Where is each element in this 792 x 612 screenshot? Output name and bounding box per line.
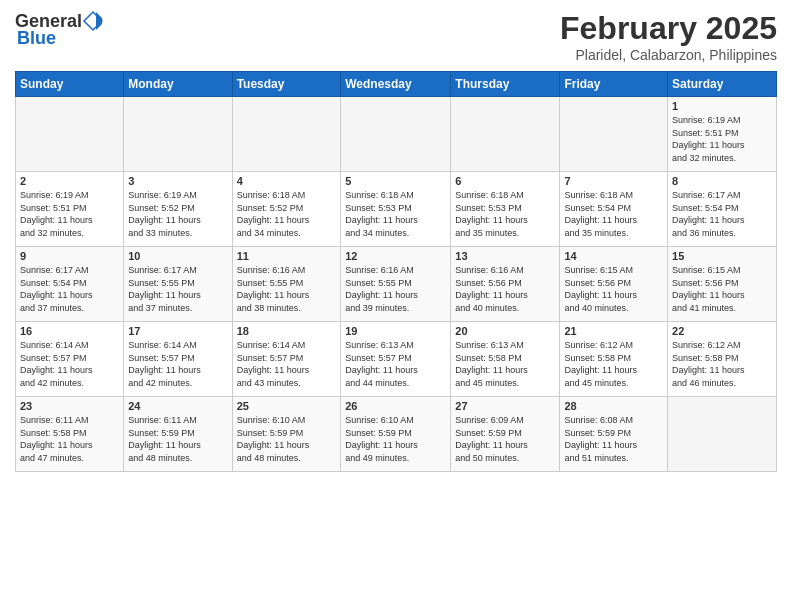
day-number: 25 <box>237 400 337 412</box>
day-number: 7 <box>564 175 663 187</box>
day-number: 14 <box>564 250 663 262</box>
day-info: Sunrise: 6:18 AM Sunset: 5:52 PM Dayligh… <box>237 189 337 239</box>
calendar-cell: 13Sunrise: 6:16 AM Sunset: 5:56 PM Dayli… <box>451 247 560 322</box>
calendar-cell: 1Sunrise: 6:19 AM Sunset: 5:51 PM Daylig… <box>668 97 777 172</box>
calendar-body: 1Sunrise: 6:19 AM Sunset: 5:51 PM Daylig… <box>16 97 777 472</box>
day-number: 10 <box>128 250 227 262</box>
day-info: Sunrise: 6:12 AM Sunset: 5:58 PM Dayligh… <box>564 339 663 389</box>
day-info: Sunrise: 6:19 AM Sunset: 5:52 PM Dayligh… <box>128 189 227 239</box>
day-info: Sunrise: 6:18 AM Sunset: 5:53 PM Dayligh… <box>455 189 555 239</box>
logo-blue-text: Blue <box>17 28 56 49</box>
calendar-cell: 28Sunrise: 6:08 AM Sunset: 5:59 PM Dayli… <box>560 397 668 472</box>
dow-header-saturday: Saturday <box>668 72 777 97</box>
calendar-cell: 5Sunrise: 6:18 AM Sunset: 5:53 PM Daylig… <box>341 172 451 247</box>
calendar-cell <box>124 97 232 172</box>
day-number: 13 <box>455 250 555 262</box>
day-info: Sunrise: 6:16 AM Sunset: 5:55 PM Dayligh… <box>345 264 446 314</box>
svg-marker-1 <box>96 12 102 30</box>
calendar-cell: 24Sunrise: 6:11 AM Sunset: 5:59 PM Dayli… <box>124 397 232 472</box>
day-number: 28 <box>564 400 663 412</box>
day-number: 22 <box>672 325 772 337</box>
calendar-cell: 12Sunrise: 6:16 AM Sunset: 5:55 PM Dayli… <box>341 247 451 322</box>
calendar-week-3: 9Sunrise: 6:17 AM Sunset: 5:54 PM Daylig… <box>16 247 777 322</box>
calendar-cell: 22Sunrise: 6:12 AM Sunset: 5:58 PM Dayli… <box>668 322 777 397</box>
day-number: 20 <box>455 325 555 337</box>
day-info: Sunrise: 6:15 AM Sunset: 5:56 PM Dayligh… <box>564 264 663 314</box>
day-info: Sunrise: 6:18 AM Sunset: 5:54 PM Dayligh… <box>564 189 663 239</box>
day-info: Sunrise: 6:17 AM Sunset: 5:54 PM Dayligh… <box>672 189 772 239</box>
day-number: 5 <box>345 175 446 187</box>
day-number: 17 <box>128 325 227 337</box>
dow-header-friday: Friday <box>560 72 668 97</box>
day-info: Sunrise: 6:14 AM Sunset: 5:57 PM Dayligh… <box>20 339 119 389</box>
calendar-week-1: 1Sunrise: 6:19 AM Sunset: 5:51 PM Daylig… <box>16 97 777 172</box>
calendar-cell: 23Sunrise: 6:11 AM Sunset: 5:58 PM Dayli… <box>16 397 124 472</box>
day-info: Sunrise: 6:16 AM Sunset: 5:55 PM Dayligh… <box>237 264 337 314</box>
day-info: Sunrise: 6:19 AM Sunset: 5:51 PM Dayligh… <box>672 114 772 164</box>
calendar-cell: 18Sunrise: 6:14 AM Sunset: 5:57 PM Dayli… <box>232 322 341 397</box>
day-info: Sunrise: 6:19 AM Sunset: 5:51 PM Dayligh… <box>20 189 119 239</box>
calendar-cell: 17Sunrise: 6:14 AM Sunset: 5:57 PM Dayli… <box>124 322 232 397</box>
calendar-cell <box>341 97 451 172</box>
calendar-cell: 19Sunrise: 6:13 AM Sunset: 5:57 PM Dayli… <box>341 322 451 397</box>
day-number: 24 <box>128 400 227 412</box>
calendar-cell: 20Sunrise: 6:13 AM Sunset: 5:58 PM Dayli… <box>451 322 560 397</box>
calendar-week-4: 16Sunrise: 6:14 AM Sunset: 5:57 PM Dayli… <box>16 322 777 397</box>
calendar-cell: 15Sunrise: 6:15 AM Sunset: 5:56 PM Dayli… <box>668 247 777 322</box>
calendar-cell: 8Sunrise: 6:17 AM Sunset: 5:54 PM Daylig… <box>668 172 777 247</box>
day-info: Sunrise: 6:13 AM Sunset: 5:57 PM Dayligh… <box>345 339 446 389</box>
day-number: 27 <box>455 400 555 412</box>
logo-icon <box>82 10 104 32</box>
day-number: 2 <box>20 175 119 187</box>
calendar-cell <box>16 97 124 172</box>
calendar-cell: 7Sunrise: 6:18 AM Sunset: 5:54 PM Daylig… <box>560 172 668 247</box>
day-info: Sunrise: 6:14 AM Sunset: 5:57 PM Dayligh… <box>237 339 337 389</box>
dow-header-monday: Monday <box>124 72 232 97</box>
dow-header-thursday: Thursday <box>451 72 560 97</box>
day-info: Sunrise: 6:08 AM Sunset: 5:59 PM Dayligh… <box>564 414 663 464</box>
calendar-cell: 11Sunrise: 6:16 AM Sunset: 5:55 PM Dayli… <box>232 247 341 322</box>
calendar-cell: 9Sunrise: 6:17 AM Sunset: 5:54 PM Daylig… <box>16 247 124 322</box>
day-info: Sunrise: 6:15 AM Sunset: 5:56 PM Dayligh… <box>672 264 772 314</box>
day-info: Sunrise: 6:11 AM Sunset: 5:58 PM Dayligh… <box>20 414 119 464</box>
day-info: Sunrise: 6:13 AM Sunset: 5:58 PM Dayligh… <box>455 339 555 389</box>
calendar-cell: 25Sunrise: 6:10 AM Sunset: 5:59 PM Dayli… <box>232 397 341 472</box>
day-info: Sunrise: 6:14 AM Sunset: 5:57 PM Dayligh… <box>128 339 227 389</box>
calendar-cell: 26Sunrise: 6:10 AM Sunset: 5:59 PM Dayli… <box>341 397 451 472</box>
calendar-cell: 4Sunrise: 6:18 AM Sunset: 5:52 PM Daylig… <box>232 172 341 247</box>
day-number: 23 <box>20 400 119 412</box>
calendar-cell <box>668 397 777 472</box>
calendar-cell: 6Sunrise: 6:18 AM Sunset: 5:53 PM Daylig… <box>451 172 560 247</box>
calendar-cell: 21Sunrise: 6:12 AM Sunset: 5:58 PM Dayli… <box>560 322 668 397</box>
title-area: February 2025 Plaridel, Calabarzon, Phil… <box>560 10 777 63</box>
calendar-cell <box>232 97 341 172</box>
day-number: 21 <box>564 325 663 337</box>
calendar-cell: 14Sunrise: 6:15 AM Sunset: 5:56 PM Dayli… <box>560 247 668 322</box>
calendar-week-2: 2Sunrise: 6:19 AM Sunset: 5:51 PM Daylig… <box>16 172 777 247</box>
day-info: Sunrise: 6:11 AM Sunset: 5:59 PM Dayligh… <box>128 414 227 464</box>
day-number: 15 <box>672 250 772 262</box>
day-number: 19 <box>345 325 446 337</box>
logo: General Blue <box>15 10 104 49</box>
day-info: Sunrise: 6:16 AM Sunset: 5:56 PM Dayligh… <box>455 264 555 314</box>
day-info: Sunrise: 6:18 AM Sunset: 5:53 PM Dayligh… <box>345 189 446 239</box>
calendar-cell <box>451 97 560 172</box>
day-info: Sunrise: 6:12 AM Sunset: 5:58 PM Dayligh… <box>672 339 772 389</box>
subtitle: Plaridel, Calabarzon, Philippines <box>560 47 777 63</box>
day-number: 26 <box>345 400 446 412</box>
calendar-cell: 16Sunrise: 6:14 AM Sunset: 5:57 PM Dayli… <box>16 322 124 397</box>
day-number: 8 <box>672 175 772 187</box>
day-info: Sunrise: 6:10 AM Sunset: 5:59 PM Dayligh… <box>237 414 337 464</box>
page-header: General Blue February 2025 Plaridel, Cal… <box>15 10 777 63</box>
main-title: February 2025 <box>560 10 777 47</box>
calendar-cell: 2Sunrise: 6:19 AM Sunset: 5:51 PM Daylig… <box>16 172 124 247</box>
calendar-week-5: 23Sunrise: 6:11 AM Sunset: 5:58 PM Dayli… <box>16 397 777 472</box>
day-number: 3 <box>128 175 227 187</box>
day-number: 12 <box>345 250 446 262</box>
day-info: Sunrise: 6:10 AM Sunset: 5:59 PM Dayligh… <box>345 414 446 464</box>
day-number: 18 <box>237 325 337 337</box>
calendar-table: SundayMondayTuesdayWednesdayThursdayFrid… <box>15 71 777 472</box>
day-info: Sunrise: 6:17 AM Sunset: 5:55 PM Dayligh… <box>128 264 227 314</box>
day-number: 9 <box>20 250 119 262</box>
dow-header-wednesday: Wednesday <box>341 72 451 97</box>
